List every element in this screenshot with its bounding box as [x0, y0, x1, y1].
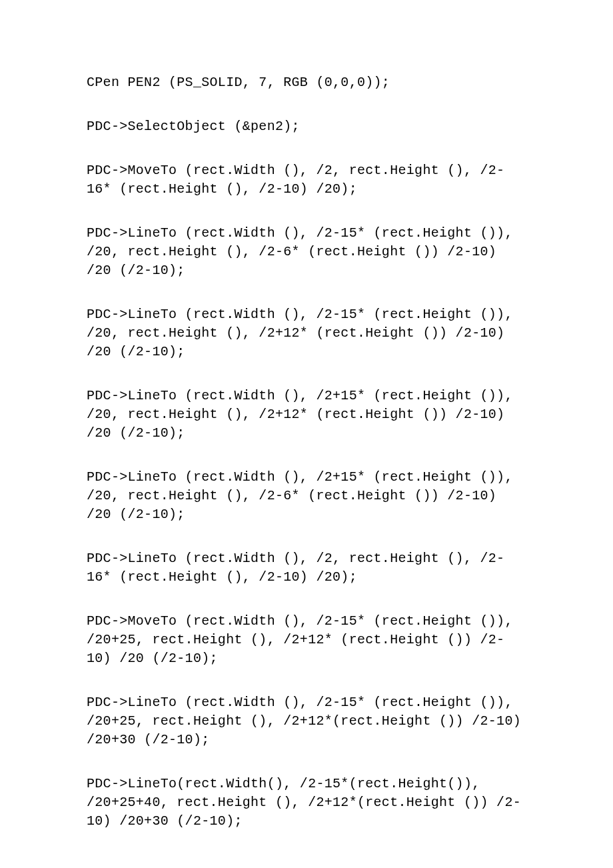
code-line-5: PDC->LineTo (rect.Width (), /2+15* (rect…: [87, 387, 526, 443]
code-line-1: PDC->SelectObject (&pen2);: [87, 117, 526, 136]
code-line-9: PDC->LineTo (rect.Width (), /2-15* (rect…: [87, 693, 526, 749]
code-line-0: CPen PEN2 (PS_SOLID, 7, RGB (0,0,0));: [87, 73, 526, 92]
code-line-8: PDC->MoveTo (rect.Width (), /2-15* (rect…: [87, 612, 526, 668]
code-line-4: PDC->LineTo (rect.Width (), /2-15* (rect…: [87, 305, 526, 361]
code-line-7: PDC->LineTo (rect.Width (), /2, rect.Hei…: [87, 549, 526, 587]
code-line-2: PDC->MoveTo (rect.Width (), /2, rect.Hei…: [87, 161, 526, 199]
code-line-6: PDC->LineTo (rect.Width (), /2+15* (rect…: [87, 468, 526, 524]
code-line-3: PDC->LineTo (rect.Width (), /2-15* (rect…: [87, 224, 526, 280]
code-line-10: PDC->LineTo(rect.Width(), /2-15*(rect.He…: [87, 775, 526, 831]
